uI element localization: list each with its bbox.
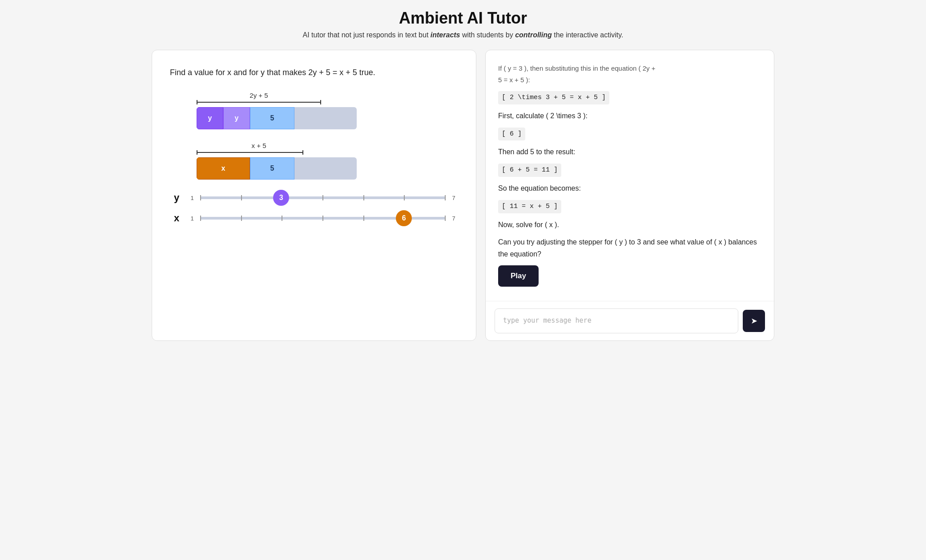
main-layout: Find a value for x and for y that makes … — [152, 50, 774, 341]
bar1-seg-y2: y — [223, 107, 250, 129]
msg-text-4: Now, solve for ( x ). — [498, 219, 761, 231]
send-button[interactable]: ➤ — [743, 310, 765, 332]
bar2-label: x + 5 — [197, 142, 321, 149]
math-block-3: [ 6 + 5 = 11 ] — [498, 164, 561, 177]
slider-y-thumb[interactable]: 3 — [273, 190, 289, 206]
bar1-seg-gray — [294, 107, 357, 129]
slider-y-track[interactable]: 3 — [200, 196, 446, 199]
slider-x-wrapper: 1 6 — [188, 215, 458, 222]
msg-math-2: [ 6 ] — [498, 127, 761, 141]
bar2-section: x + 5 x 5 — [170, 142, 458, 180]
page-subtitle: AI tutor that not just responds in text … — [9, 31, 917, 39]
slider-x-var-label: x — [170, 212, 183, 224]
bar1-seg-y1: y — [197, 107, 223, 129]
play-button-wrapper: Play — [498, 265, 761, 294]
bar2-seg-gray — [294, 157, 357, 180]
bar1-row: y y 5 — [170, 107, 458, 129]
message-input[interactable] — [495, 308, 738, 333]
slider-x-row: x 1 6 — [170, 212, 458, 224]
chat-input-area: ➤ — [486, 301, 774, 340]
bar2-seg-5: 5 — [250, 157, 294, 180]
slider-y-min-label: 1 — [188, 195, 197, 201]
msg-text-2: Then add 5 to the result: — [498, 146, 761, 158]
page-title: Ambient AI Tutor — [9, 9, 917, 28]
msg-text-1: First, calculate ( 2 \times 3 ): — [498, 110, 761, 122]
slider-y-max-label: 7 — [449, 195, 458, 201]
slider-x-max-label: 7 — [449, 215, 458, 222]
page-header: Ambient AI Tutor AI tutor that not just … — [9, 9, 917, 39]
bar2-container: x 5 — [197, 157, 357, 180]
slider-y-var-label: y — [170, 192, 183, 204]
chat-messages: If ( y = 3 ), then substituting this in … — [486, 50, 774, 301]
math-block-1: [ 2 \times 3 + 5 = x + 5 ] — [498, 91, 609, 104]
msg-math-3: [ 6 + 5 = 11 ] — [498, 163, 761, 177]
bar2-row: x 5 — [170, 157, 458, 180]
msg-text-3: So the equation becomes: — [498, 182, 761, 194]
msg-text-5: Can you try adjusting the stepper for ( … — [498, 236, 761, 260]
msg-truncated: If ( y = 3 ), then substituting this in … — [498, 63, 761, 85]
slider-y-wrapper: 1 3 — [188, 195, 458, 201]
slider-x-min-label: 1 — [188, 215, 197, 222]
bar1-seg-5: 5 — [250, 107, 294, 129]
msg-math-4: [ 11 = x + 5 ] — [498, 200, 761, 213]
math-block-2: [ 6 ] — [498, 128, 525, 141]
activity-prompt: Find a value for x and for y that makes … — [170, 68, 458, 77]
math-block-4: [ 11 = x + 5 ] — [498, 200, 561, 213]
slider-x-thumb[interactable]: 6 — [396, 210, 412, 226]
bar2-seg-x: x — [197, 157, 250, 180]
slider-x-track[interactable]: 6 — [200, 217, 446, 220]
msg-math-1: [ 2 \times 3 + 5 = x + 5 ] — [498, 91, 761, 104]
play-button[interactable]: Play — [498, 265, 539, 287]
right-panel: If ( y = 3 ), then substituting this in … — [485, 50, 774, 341]
slider-section: y 1 3 — [170, 192, 458, 224]
slider-y-row: y 1 3 — [170, 192, 458, 204]
bar1-label: 2y + 5 — [197, 92, 321, 99]
bar1-section: 2y + 5 y y 5 — [170, 92, 458, 129]
bar1-container: y y 5 — [197, 107, 357, 129]
left-panel: Find a value for x and for y that makes … — [152, 50, 476, 341]
send-icon: ➤ — [751, 316, 757, 326]
